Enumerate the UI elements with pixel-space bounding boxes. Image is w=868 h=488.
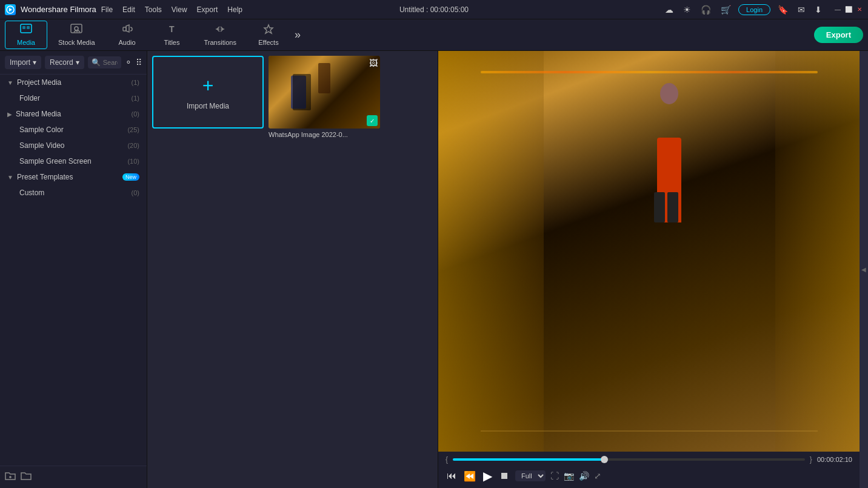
search-icon: 🔍 — [92, 58, 101, 67]
svg-rect-2 — [22, 26, 25, 29]
right-bracket: } — [810, 455, 812, 464]
tree-sample-color-count: (25) — [127, 126, 139, 133]
record-button[interactable]: Record ▾ — [45, 56, 84, 69]
tree-project-media[interactable]: ▼ Project Media (1) — [0, 75, 147, 90]
bookmark-icon[interactable]: 🔖 — [775, 4, 790, 16]
cloud-icon[interactable]: ☁ — [663, 4, 676, 16]
download-icon[interactable]: ⬇ — [812, 4, 824, 16]
main-area: Import ▾ Record ▾ 🔍 ⚬ ⠿ ▼ Project Media … — [0, 51, 868, 488]
tree-shared-media[interactable]: ▶ Shared Media (0) — [0, 106, 147, 122]
chevron-down-icon: ▼ — [7, 79, 13, 86]
fullscreen-icon[interactable]: ⛶ — [550, 471, 559, 481]
menu-file[interactable]: File — [101, 5, 113, 14]
sun-icon[interactable]: ☀ — [681, 4, 693, 16]
preview-controls: { } 00:00:02:10 ⏮ ⏪ ▶ ⏹ Full — [438, 452, 860, 488]
import-dropdown-icon[interactable]: ▾ — [33, 58, 36, 67]
media-item-label-0: WhatsApp Image 2022-0... — [269, 131, 380, 138]
filter-icon[interactable]: ⚬ — [125, 58, 132, 67]
volume-icon[interactable]: 🔊 — [579, 471, 589, 481]
tree-sample-video[interactable]: Sample Video (20) — [0, 138, 147, 153]
media-grid: + Import Media 🖼 ✓ WhatsApp Image 2022- — [147, 51, 438, 488]
toolbar-audio[interactable]: Audio — [106, 21, 149, 48]
transitions-icon — [214, 24, 226, 38]
window-controls: — ⬜ ✕ — [834, 6, 863, 13]
tree-project-media-label: Project Media — [17, 78, 132, 87]
menu-edit[interactable]: Edit — [122, 5, 135, 14]
tree-custom[interactable]: Custom (0) — [0, 185, 147, 201]
tree-section: ▼ Project Media (1) Folder (1) ▶ Shared … — [0, 75, 147, 466]
mail-icon[interactable]: ✉ — [795, 4, 807, 16]
step-back-icon[interactable]: ⏪ — [462, 469, 477, 483]
tree-preset-templates[interactable]: ▼ Preset Templates New — [0, 169, 147, 185]
toolbar-effects[interactable]: Effects — [247, 21, 290, 48]
right-collapse-button[interactable]: ◀ — [860, 51, 868, 488]
search-box: 🔍 — [88, 56, 121, 69]
titlebar-left: Wondershare Filmora File Edit Tools View… — [5, 4, 242, 15]
minimize-button[interactable]: — — [834, 6, 841, 13]
headphone-icon[interactable]: 🎧 — [698, 4, 713, 16]
tree-shared-media-count: (0) — [132, 110, 139, 118]
preview-right-icons: Full ⛶ 📷 🔊 ⤢ — [515, 470, 601, 481]
menu-export[interactable]: Export — [197, 5, 218, 14]
media-label: Media — [17, 39, 35, 46]
search-input[interactable] — [103, 59, 118, 66]
toolbar-titles[interactable]: T Titles — [151, 21, 193, 48]
maximize-button[interactable]: ⬜ — [845, 6, 852, 13]
skip-back-icon[interactable]: ⏮ — [446, 469, 458, 483]
media-item-0: 🖼 ✓ WhatsApp Image 2022-0... — [269, 56, 380, 138]
image-icon: 🖼 — [369, 58, 378, 68]
import-label: Import — [10, 58, 30, 67]
login-button[interactable]: Login — [738, 4, 770, 15]
tree-sample-green-screen[interactable]: Sample Green Screen (10) — [0, 153, 147, 169]
svg-rect-3 — [27, 26, 30, 29]
export-button[interactable]: Export — [814, 27, 863, 43]
tree-folder[interactable]: Folder (1) — [0, 90, 147, 106]
play-button[interactable]: ▶ — [482, 467, 493, 484]
check-badge: ✓ — [367, 115, 378, 126]
toolbar-stock-media[interactable]: Stock Media — [50, 21, 104, 48]
svg-marker-8 — [264, 25, 273, 33]
tree-sample-color[interactable]: Sample Color (25) — [0, 122, 147, 138]
media-icon — [20, 24, 32, 38]
progress-bar[interactable] — [453, 458, 805, 461]
import-media-label: Import Media — [187, 102, 229, 110]
svg-text:T: T — [169, 24, 175, 34]
cart-icon[interactable]: 🛒 — [718, 4, 733, 16]
record-dropdown-icon[interactable]: ▾ — [76, 58, 79, 67]
media-thumb-0[interactable]: 🖼 ✓ — [269, 56, 380, 129]
app-name: Wondershare Filmora — [21, 5, 96, 14]
tree-sample-green-screen-count: (10) — [127, 158, 139, 165]
titlebar-right: ☁ ☀ 🎧 🛒 Login 🔖 ✉ ⬇ — ⬜ ✕ — [663, 4, 863, 16]
tree-project-media-count: (1) — [132, 79, 139, 86]
toolbar-media[interactable]: Media — [5, 21, 47, 49]
tree-folder-label: Folder — [19, 94, 132, 102]
folder-icon[interactable] — [21, 471, 32, 483]
expand-icon[interactable]: ⤢ — [594, 471, 601, 481]
toolbar: Media Stock Media Audio T Titles Transit… — [0, 19, 868, 51]
stock-media-icon — [70, 24, 82, 38]
left-bracket: { — [446, 455, 448, 464]
import-media-thumb[interactable]: + Import Media — [152, 56, 264, 129]
time-display: 00:00:02:10 — [817, 456, 852, 463]
progress-handle[interactable] — [601, 456, 608, 463]
titles-icon: T — [166, 24, 178, 38]
preview-panel: { } 00:00:02:10 ⏮ ⏪ ▶ ⏹ Full — [438, 51, 860, 488]
import-button[interactable]: Import ▾ — [5, 56, 41, 69]
media-controls: Import ▾ Record ▾ 🔍 ⚬ ⠿ — [0, 51, 147, 75]
screenshot-icon[interactable]: 📷 — [564, 471, 574, 481]
menu-view[interactable]: View — [172, 5, 187, 14]
grid-icon[interactable]: ⠿ — [136, 58, 142, 67]
audio-icon — [121, 24, 133, 38]
close-button[interactable]: ✕ — [856, 6, 863, 13]
stop-button[interactable]: ⏹ — [498, 469, 510, 483]
toolbar-transitions[interactable]: Transitions — [196, 21, 245, 48]
quality-select[interactable]: Full — [515, 470, 546, 481]
menu-help[interactable]: Help — [227, 5, 242, 14]
video-thumbnail-0 — [269, 56, 380, 129]
tree-custom-count: (0) — [132, 189, 139, 196]
tree-shared-media-label: Shared Media — [16, 110, 132, 118]
toolbar-more-icon[interactable]: » — [295, 28, 301, 41]
add-folder-icon[interactable] — [5, 471, 16, 483]
tree-sample-video-count: (20) — [127, 142, 139, 149]
menu-tools[interactable]: Tools — [145, 5, 162, 14]
